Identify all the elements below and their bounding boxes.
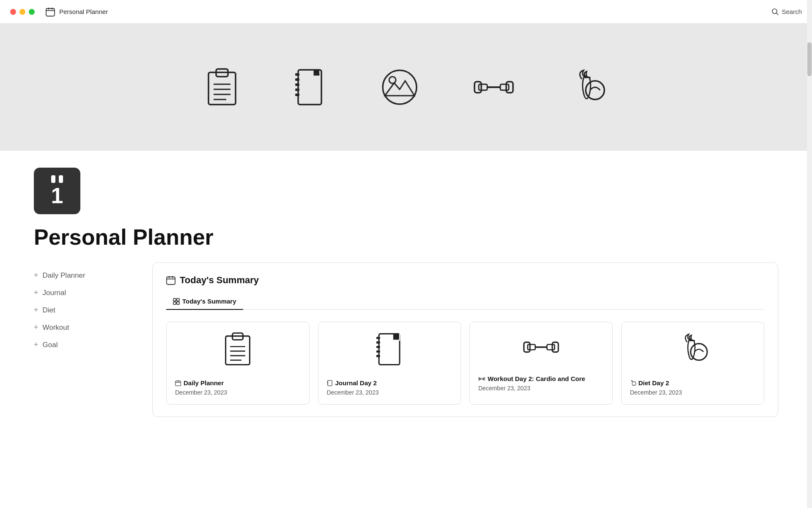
hero-banner	[0, 24, 812, 151]
cards-grid: Daily Planner December 23, 2023	[166, 322, 764, 405]
sidebar-plus-icon-diet: +	[34, 306, 38, 315]
cal-number: 1	[51, 185, 63, 207]
content-area: + Daily Planner + Journal + Diet + Worko…	[0, 262, 812, 417]
titlebar: Personal Planner Search	[0, 0, 812, 24]
svg-rect-28	[173, 298, 176, 301]
sidebar-item-daily-planner[interactable]: + Daily Planner	[34, 267, 127, 284]
card-label-journal: Journal Day 2	[327, 379, 453, 387]
svg-rect-19	[475, 82, 481, 93]
tab-todays-summary[interactable]: Today's Summary	[166, 293, 243, 310]
sidebar-item-workout[interactable]: + Workout	[34, 319, 127, 336]
sidebar-plus-icon-goal: +	[34, 340, 38, 349]
svg-rect-26	[169, 276, 170, 278]
card-journal-day2[interactable]: Journal Day 2 December 23, 2023	[318, 322, 461, 405]
sidebar-item-label-diet: Diet	[43, 306, 55, 315]
svg-rect-30	[173, 302, 176, 304]
sidebar-item-journal[interactable]: + Journal	[34, 284, 127, 301]
card-diet-day2[interactable]: Diet Day 2 December 23, 2023	[621, 322, 765, 405]
sidebar-item-label-workout: Workout	[43, 323, 69, 332]
svg-rect-55	[547, 345, 554, 350]
card-label-daily-planner: Daily Planner	[175, 379, 301, 387]
page-header: 1 Personal Planner	[0, 151, 812, 262]
svg-rect-12	[295, 78, 299, 81]
diet-hero-icon	[569, 68, 607, 106]
sidebar: + Daily Planner + Journal + Diet + Worko…	[34, 262, 127, 417]
svg-point-17	[383, 70, 417, 104]
search-button[interactable]: Search	[771, 8, 802, 16]
svg-rect-52	[524, 342, 530, 352]
sidebar-item-goal[interactable]: + Goal	[34, 336, 127, 353]
sidebar-item-diet[interactable]: + Diet	[34, 301, 127, 319]
svg-rect-2	[52, 8, 52, 10]
card-date-daily-planner: December 23, 2023	[175, 389, 301, 396]
titlebar-title: Personal Planner	[59, 8, 108, 15]
card-calendar-icon	[175, 380, 181, 386]
card-journal-label-icon	[327, 380, 333, 386]
calendar-icon-large: 1	[34, 168, 80, 214]
card-date-diet: December 23, 2023	[630, 389, 756, 396]
clipboard-hero-icon	[205, 68, 239, 106]
summary-header: Today's Summary	[166, 275, 764, 286]
card-info-daily-planner: Daily Planner December 23, 2023	[175, 379, 301, 396]
journal-hero-icon	[294, 68, 326, 106]
close-button[interactable]	[10, 9, 16, 15]
dumbbell-hero-icon	[474, 72, 514, 102]
summary-card: Today's Summary Today's Summary	[152, 262, 778, 417]
sidebar-item-label-daily-planner: Daily Planner	[43, 271, 85, 280]
card-workout-day2[interactable]: Workout Day 2: Cardio and Core December …	[469, 322, 613, 405]
svg-rect-25	[167, 277, 175, 284]
tab-bar: Today's Summary	[166, 293, 764, 310]
svg-rect-53	[527, 345, 535, 350]
hero-icons-row	[205, 68, 607, 106]
sidebar-item-label-journal: Journal	[43, 289, 66, 297]
sidebar-plus-icon-workout: +	[34, 323, 38, 332]
svg-rect-39	[177, 380, 178, 381]
card-label-diet: Diet Day 2	[630, 379, 756, 387]
svg-rect-29	[177, 298, 179, 301]
svg-rect-16	[314, 70, 319, 75]
sidebar-plus-icon: +	[34, 271, 38, 280]
card-label-workout: Workout Day 2: Cardio and Core	[478, 375, 604, 382]
svg-rect-42	[376, 337, 380, 339]
card-clipboard-icon	[175, 332, 301, 371]
card-date-workout: December 23, 2023	[478, 385, 604, 392]
scrollbar-thumb[interactable]	[807, 42, 812, 76]
maximize-button[interactable]	[29, 9, 35, 15]
card-journal-icon	[327, 332, 453, 371]
svg-point-24	[586, 81, 604, 99]
svg-rect-11	[295, 73, 299, 76]
svg-rect-58	[480, 378, 481, 379]
sidebar-plus-icon-journal: +	[34, 288, 38, 297]
svg-rect-48	[328, 380, 332, 386]
svg-rect-40	[179, 380, 180, 381]
svg-rect-15	[295, 94, 299, 96]
cal-pins	[51, 175, 63, 183]
card-info-journal: Journal Day 2 December 23, 2023	[327, 379, 453, 396]
svg-rect-49	[327, 381, 328, 382]
svg-rect-1	[48, 8, 49, 10]
search-icon	[771, 8, 779, 16]
svg-rect-14	[295, 88, 299, 91]
svg-rect-61	[484, 378, 485, 380]
grid-icon	[173, 298, 180, 305]
card-daily-planner[interactable]: Daily Planner December 23, 2023	[166, 322, 310, 405]
card-diet-label-icon	[630, 380, 636, 386]
svg-point-63	[632, 381, 636, 385]
svg-rect-56	[552, 342, 558, 352]
svg-rect-31	[177, 302, 179, 304]
summary-container: Today's Summary Today's Summary	[152, 262, 778, 417]
svg-point-18	[389, 77, 396, 83]
card-dumbbell-icon	[478, 332, 604, 367]
sidebar-item-label-goal: Goal	[43, 341, 58, 349]
card-dumbbell-label-icon	[478, 376, 485, 382]
svg-rect-27	[172, 276, 173, 278]
minimize-button[interactable]	[19, 9, 25, 15]
svg-rect-46	[376, 355, 380, 357]
scrollbar-track[interactable]	[807, 0, 812, 508]
card-info-diet: Diet Day 2 December 23, 2023	[630, 379, 756, 396]
page-title: Personal Planner	[34, 224, 778, 250]
titlebar-left: Personal Planner	[10, 7, 108, 17]
svg-rect-22	[500, 84, 509, 90]
card-date-journal: December 23, 2023	[327, 389, 453, 396]
mountain-hero-icon	[381, 68, 419, 106]
